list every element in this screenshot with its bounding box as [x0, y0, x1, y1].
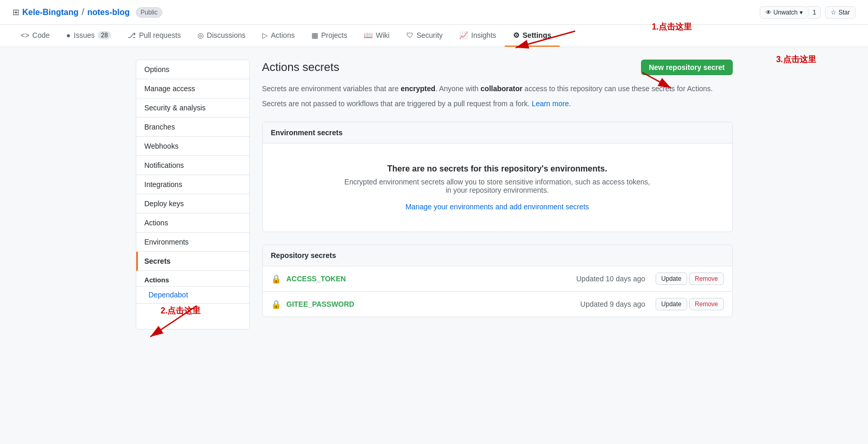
collaborator-text: collaborator [480, 84, 522, 93]
nav-tabs: <> Code ● Issues 28 ⎇ Pull requests ◎ Di… [0, 25, 868, 47]
sidebar-item-security-analysis[interactable]: Security & analysis [136, 98, 249, 118]
code-icon: <> [21, 31, 29, 39]
wiki-icon: 📖 [364, 31, 373, 39]
sidebar-item-notifications[interactable]: Notifications [136, 156, 249, 175]
top-bar-right: 👁 Unwatch ▾ 1 ☆ Star [760, 6, 856, 19]
main-panel: Actions secrets New repository secret Se… [262, 60, 733, 330]
repo-name-link[interactable]: notes-blog [87, 8, 130, 17]
sidebar: Options Manage access Security & analysi… [136, 60, 250, 330]
sidebar-item-manage-access[interactable]: Manage access [136, 79, 249, 98]
update-button-gitee-password[interactable]: Update [656, 298, 687, 310]
environment-secrets-empty-desc: Encrypted environment secrets allow you … [342, 178, 653, 194]
secret-updated-gitee-password: Updated 9 days ago [580, 300, 645, 308]
new-repository-secret-button[interactable]: New repository secret [641, 60, 732, 75]
sidebar-sub-item-dependabot[interactable]: Dependabot [136, 287, 249, 304]
learn-more-link[interactable]: Learn more. [532, 99, 571, 108]
repo-title: ⊞ Kele-Bingtang / notes-blog Public [12, 7, 162, 18]
unwatch-button[interactable]: 👁 Unwatch ▾ [760, 6, 809, 19]
repo-icon: ⊞ [12, 7, 19, 17]
tab-discussions[interactable]: ◎ Discussions [189, 25, 254, 47]
lock-icon-gitee-password: 🔒 [271, 299, 281, 309]
projects-icon: ▦ [311, 31, 318, 39]
sidebar-item-options[interactable]: Options [136, 60, 249, 79]
repo-owner-link[interactable]: Kele-Bingtang [22, 8, 78, 17]
page-title: Actions secrets [262, 61, 339, 74]
lock-icon-access-token: 🔒 [271, 274, 281, 284]
environment-secrets-empty-title: There are no secrets for this repository… [271, 164, 724, 174]
insights-icon: 📈 [459, 31, 468, 39]
remove-button-access-token[interactable]: Remove [689, 273, 724, 285]
separator: / [81, 7, 84, 18]
secret-name-gitee-password: GITEE_PASSWORD [287, 300, 580, 308]
encrypted-text: encrypted [401, 84, 435, 93]
environment-secrets-empty: There are no secrets for this repository… [263, 144, 732, 232]
sidebar-item-branches[interactable]: Branches [136, 118, 249, 137]
sidebar-item-integrations[interactable]: Integrations [136, 175, 249, 194]
discussions-icon: ◎ [197, 31, 204, 39]
repository-secrets-header: Repository secrets [263, 245, 732, 266]
repository-secrets-section: Repository secrets 🔒 ACCESS_TOKEN Update… [262, 245, 733, 317]
annotation-hint3: 3.点击这里 [776, 54, 816, 65]
sidebar-item-deploy-keys[interactable]: Deploy keys [136, 194, 249, 213]
secret-name-access-token: ACCESS_TOKEN [287, 275, 577, 283]
visibility-badge: Public [136, 7, 162, 18]
unwatch-count: 1 [808, 6, 821, 19]
security-icon: 🛡 [406, 31, 414, 39]
secret-row-access-token: 🔒 ACCESS_TOKEN Updated 10 days ago Updat… [263, 266, 732, 292]
environment-secrets-header: Environment secrets [263, 122, 732, 144]
sidebar-item-actions[interactable]: Actions [136, 213, 249, 233]
description-line2: Secrets are not passed to workflows that… [262, 98, 733, 109]
tab-insights[interactable]: 📈 Insights [451, 25, 504, 47]
settings-icon: ⚙ [513, 31, 520, 39]
description-line1: Secrets are environment variables that a… [262, 83, 733, 94]
environment-secrets-section: Environment secrets There are no secrets… [262, 122, 733, 232]
star-icon: ☆ [831, 9, 836, 16]
sidebar-item-environments[interactable]: Environments [136, 233, 249, 252]
chevron-down-icon: ▾ [800, 9, 803, 16]
sidebar-section-actions: Actions [136, 271, 249, 287]
main-content: Options Manage access Security & analysi… [123, 60, 745, 330]
issues-count: 28 [98, 31, 111, 39]
actions-icon: ▷ [262, 31, 268, 39]
manage-environments-link[interactable]: Manage your environments and add environ… [405, 203, 589, 211]
secret-row-gitee-password: 🔒 GITEE_PASSWORD Updated 9 days ago Upda… [263, 292, 732, 317]
page-header: Actions secrets New repository secret [262, 60, 733, 75]
secret-updated-access-token: Updated 10 days ago [576, 275, 645, 283]
tab-security[interactable]: 🛡 Security [398, 25, 451, 47]
remove-button-gitee-password[interactable]: Remove [689, 298, 724, 310]
sidebar-item-webhooks[interactable]: Webhooks [136, 137, 249, 156]
tab-issues[interactable]: ● Issues 28 [58, 25, 119, 47]
tab-wiki[interactable]: 📖 Wiki [355, 25, 397, 47]
update-button-access-token[interactable]: Update [656, 273, 687, 285]
tab-pull-requests[interactable]: ⎇ Pull requests [119, 25, 189, 47]
issues-icon: ● [66, 31, 70, 39]
star-button[interactable]: ☆ Star [825, 6, 856, 19]
tab-code[interactable]: <> Code [12, 25, 58, 47]
tab-projects[interactable]: ▦ Projects [303, 25, 356, 47]
pull-request-icon: ⎇ [127, 31, 136, 39]
tab-actions[interactable]: ▷ Actions [254, 25, 303, 47]
top-bar: ⊞ Kele-Bingtang / notes-blog Public 👁 Un… [0, 0, 868, 25]
sidebar-item-secrets[interactable]: Secrets [136, 252, 249, 271]
eye-icon: 👁 [765, 9, 772, 16]
tab-settings[interactable]: ⚙ Settings [505, 25, 560, 47]
